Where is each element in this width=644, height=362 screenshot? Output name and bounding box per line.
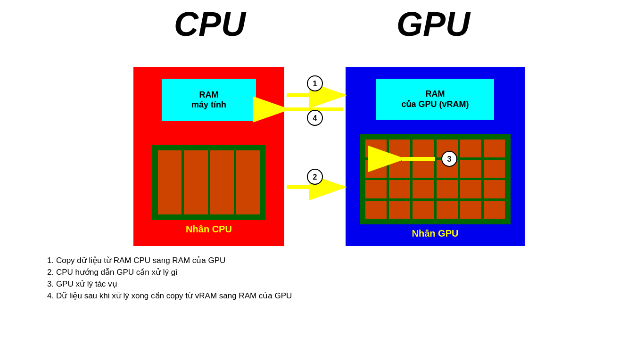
main-container: CPU GPU RAM máy tính Nhân CPU RAM của GP…	[0, 0, 644, 362]
cpu-core-3	[210, 150, 234, 214]
cpu-core-4	[236, 150, 260, 214]
gpu-core-2	[389, 140, 410, 157]
gpu-core-20	[389, 201, 410, 219]
gpu-ram-block: RAM của GPU (vRAM)	[376, 79, 494, 120]
gpu-core-3	[413, 140, 434, 157]
circle-1	[307, 76, 322, 91]
cpu-core-1	[158, 150, 182, 214]
gpu-core-9	[413, 160, 434, 178]
gpu-core-21	[413, 201, 434, 219]
gpu-core-18	[484, 180, 505, 198]
step-3: 3. GPU xử lý tác vụ	[47, 279, 292, 289]
gpu-core-10	[437, 160, 458, 178]
gpu-title: GPU	[396, 5, 470, 43]
gpu-core-12	[484, 160, 505, 178]
gpu-core-8	[389, 160, 410, 178]
step-2: 2. CPU hướng dẫn GPU cần xử lý gì	[47, 267, 292, 277]
cpu-ram-label-line1: RAM	[199, 90, 219, 100]
cpu-cores-label: Nhân CPU	[186, 224, 232, 235]
gpu-cores-grid	[360, 134, 511, 224]
gpu-core-17	[460, 180, 481, 198]
gpu-core-6	[484, 140, 505, 157]
gpu-core-14	[389, 180, 410, 198]
cpu-box: RAM máy tính Nhân CPU	[133, 67, 284, 246]
gpu-core-15	[413, 180, 434, 198]
gpu-core-16	[437, 180, 458, 198]
circle-1-text: 1	[313, 80, 317, 88]
gpu-core-23	[460, 201, 481, 219]
cpu-cores-grid	[152, 145, 265, 220]
titles-row: CPU GPU	[0, 5, 644, 43]
gpu-core-7	[365, 160, 387, 178]
gpu-ram-label-line1: RAM	[426, 89, 445, 99]
circle-2-text: 2	[313, 173, 317, 181]
step-1: 1. Copy dữ liệu từ RAM CPU sang RAM của …	[47, 255, 292, 265]
gpu-core-22	[437, 201, 458, 219]
circle-4	[307, 110, 322, 125]
cpu-ram-block: RAM máy tính	[162, 79, 256, 121]
gpu-box: RAM của GPU (vRAM)	[346, 67, 525, 246]
step-4: 4. Dữ liệu sau khi xử lý xong cần copy t…	[47, 291, 292, 301]
gpu-core-11	[460, 160, 481, 178]
cpu-title: CPU	[174, 5, 246, 43]
gpu-ram-label-line2: của GPU (vRAM)	[401, 99, 469, 109]
gpu-core-1	[365, 140, 387, 157]
gpu-core-5	[460, 140, 481, 157]
gpu-core-4	[437, 140, 458, 157]
description-list: 1. Copy dữ liệu từ RAM CPU sang RAM của …	[47, 255, 292, 303]
cpu-core-2	[184, 150, 207, 214]
circle-4-text: 4	[313, 114, 317, 122]
diagram-area: RAM máy tính Nhân CPU RAM của GPU (vRAM)	[110, 48, 534, 246]
cpu-ram-label-line2: máy tính	[191, 100, 226, 110]
gpu-core-13	[365, 180, 387, 198]
gpu-core-24	[484, 201, 505, 219]
gpu-cores-label: Nhân GPU	[412, 228, 459, 239]
gpu-core-19	[365, 201, 387, 219]
circle-2	[307, 169, 322, 184]
